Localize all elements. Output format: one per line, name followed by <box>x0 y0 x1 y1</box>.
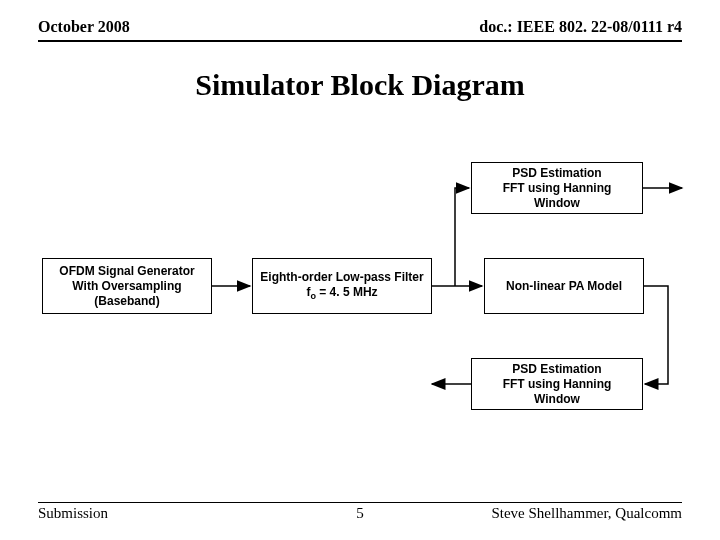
slide-title: Simulator Block Diagram <box>0 68 720 102</box>
block-lpf-fo-suffix: = 4. 5 MHz <box>316 285 378 299</box>
footer-left: Submission <box>38 505 108 522</box>
footer-page-number: 5 <box>356 505 364 522</box>
header-docref: doc.: IEEE 802. 22-08/0111 r4 <box>479 18 682 36</box>
block-lpf-label: Eighth-order Low-pass Filter fo = 4. 5 M… <box>260 270 423 303</box>
slide-page: October 2008 doc.: IEEE 802. 22-08/0111 … <box>0 0 720 540</box>
slide-footer: Submission 5 Steve Shellhammer, Qualcomm <box>38 502 682 522</box>
block-lpf-line1: Eighth-order Low-pass Filter <box>260 270 423 284</box>
block-psd-bottom: PSD EstimationFFT using HanningWindow <box>471 358 643 410</box>
block-ofdm-label: OFDM Signal GeneratorWith Oversampling(B… <box>59 264 194 309</box>
block-pa-label: Non-linear PA Model <box>506 279 622 294</box>
footer-right: Steve Shellhammer, Qualcomm <box>491 505 682 522</box>
block-psd-bottom-label: PSD EstimationFFT using HanningWindow <box>503 362 612 407</box>
block-pa: Non-linear PA Model <box>484 258 644 314</box>
block-lpf: Eighth-order Low-pass Filter fo = 4. 5 M… <box>252 258 432 314</box>
block-psd-top-label: PSD EstimationFFT using HanningWindow <box>503 166 612 211</box>
slide-header: October 2008 doc.: IEEE 802. 22-08/0111 … <box>38 18 682 42</box>
block-psd-top: PSD EstimationFFT using HanningWindow <box>471 162 643 214</box>
block-ofdm: OFDM Signal GeneratorWith Oversampling(B… <box>42 258 212 314</box>
header-date: October 2008 <box>38 18 130 36</box>
